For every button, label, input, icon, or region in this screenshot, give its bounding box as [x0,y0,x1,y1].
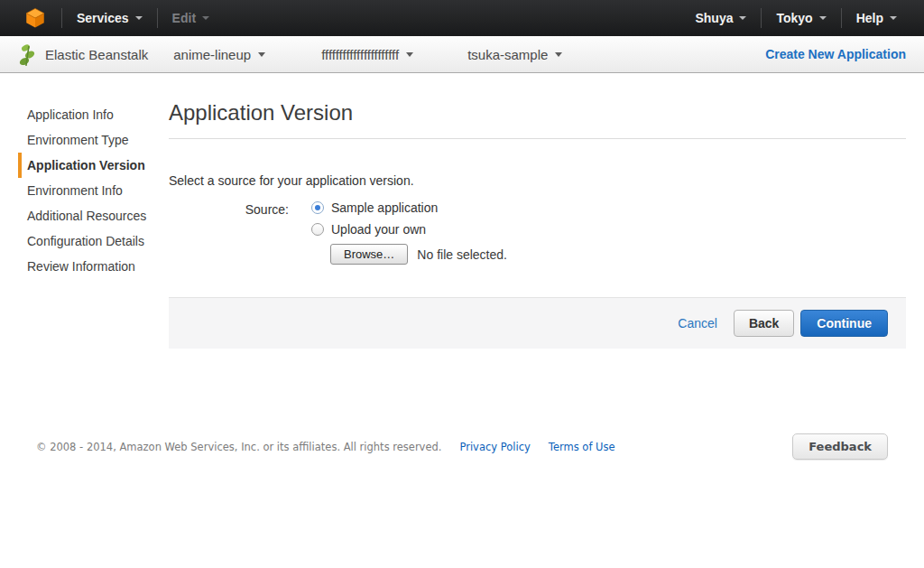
create-new-application-link[interactable]: Create New Application [765,47,906,61]
chevron-down-icon [739,16,746,20]
radio-sample-application[interactable] [311,201,324,214]
version-dropdown[interactable]: tsuka-sample [467,47,562,62]
divider [169,138,906,139]
sub-nav: Elastic Beanstalk anime-lineup fffffffff… [0,36,924,73]
version-dropdown-label: tsuka-sample [467,47,548,62]
main-panel: Application Version Select a source for … [169,97,906,349]
source-label: Source: [169,200,311,265]
sidebar-item-application-version[interactable]: Application Version [18,153,151,178]
help-menu-label: Help [856,11,883,25]
privacy-policy-link[interactable]: Privacy Policy [459,441,530,453]
chevron-down-icon [406,52,413,57]
sidebar-item-environment-type[interactable]: Environment Type [18,127,151,153]
product-name: Elastic Beanstalk [45,47,148,62]
aws-logo-icon[interactable] [23,6,47,30]
divider [157,8,158,28]
elastic-beanstalk-icon [18,42,38,67]
radio-upload-your-own[interactable] [311,223,324,236]
file-status-text: No file selected. [417,247,507,262]
sidebar-item-application-info[interactable]: Application Info [18,102,151,127]
source-radio-group: Sample application Upload your own Brows… [311,200,507,265]
back-button[interactable]: Back [734,310,794,337]
feedback-button[interactable]: Feedback [792,433,888,460]
sidebar-item-review-information[interactable]: Review Information [18,254,151,279]
chevron-down-icon [202,16,209,20]
environment-dropdown-label: ffffffffffffffffffffff [321,47,399,62]
edit-menu-label: Edit [172,11,196,25]
application-dropdown-label: anime-lineup [173,47,251,62]
top-nav: Services Edit Shuya Tokyo Help [0,0,924,36]
environment-dropdown[interactable]: ffffffffffffffffffffff [321,47,413,62]
region-menu-label: Tokyo [776,11,812,25]
services-menu-label: Services [77,11,129,25]
continue-button[interactable]: Continue [800,310,888,337]
terms-of-use-link[interactable]: Terms of Use [549,441,615,453]
sidebar-item-additional-resources[interactable]: Additional Resources [18,203,151,228]
wizard-sidebar: Application Info Environment Type Applic… [18,97,151,349]
divider [61,8,62,28]
radio-sample-application-label: Sample application [331,200,438,215]
content: Application Info Environment Type Applic… [0,73,924,349]
services-menu[interactable]: Services [77,11,143,25]
browse-button[interactable]: Browse… [330,244,408,265]
divider [761,8,762,28]
chevron-down-icon [890,16,897,20]
sidebar-item-configuration-details[interactable]: Configuration Details [18,228,151,254]
footer: © 2008 - 2014, Amazon Web Services, Inc.… [0,433,924,460]
user-menu[interactable]: Shuya [695,11,746,25]
intro-text: Select a source for your application ver… [169,173,906,188]
edit-menu[interactable]: Edit [172,11,209,25]
chevron-down-icon [555,52,562,57]
chevron-down-icon [135,16,143,20]
help-menu[interactable]: Help [856,11,897,25]
chevron-down-icon [258,52,265,57]
chevron-down-icon [819,16,827,20]
cancel-link[interactable]: Cancel [678,316,717,331]
copyright-text: © 2008 - 2014, Amazon Web Services, Inc.… [36,441,441,453]
user-menu-label: Shuya [695,11,733,25]
application-dropdown[interactable]: anime-lineup [173,47,265,62]
page-title: Application Version [169,100,906,126]
divider [841,8,842,28]
radio-upload-your-own-label: Upload your own [331,222,426,237]
sidebar-item-environment-info[interactable]: Environment Info [18,178,151,203]
action-bar: Cancel Back Continue [169,297,906,349]
region-menu[interactable]: Tokyo [776,11,826,25]
